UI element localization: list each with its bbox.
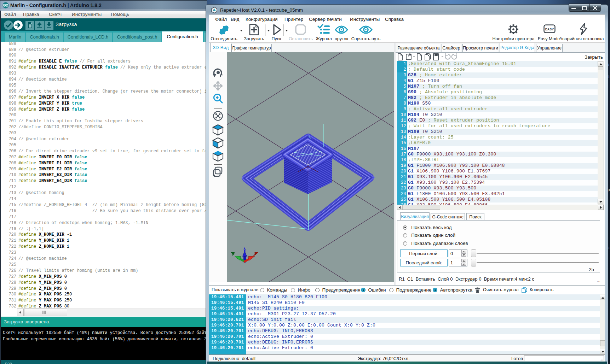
svg-text:EASY: EASY	[545, 28, 554, 31]
